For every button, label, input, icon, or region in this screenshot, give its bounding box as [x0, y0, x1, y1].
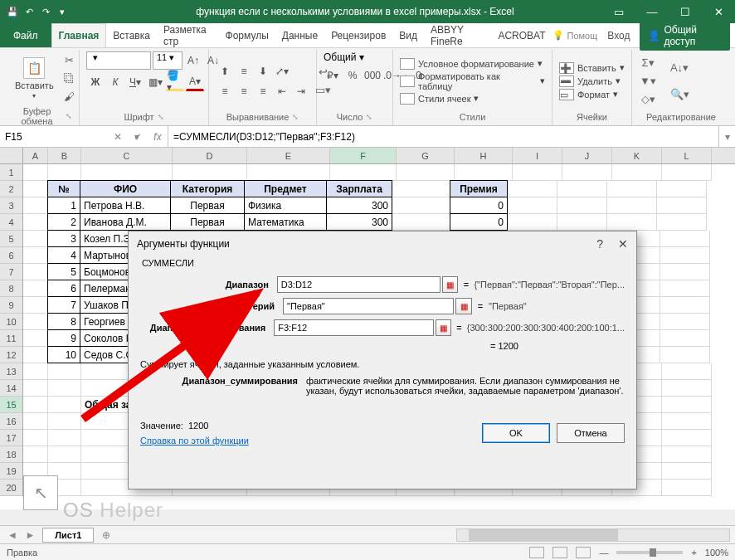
cell-B13[interactable] [48, 363, 81, 380]
cell-A15[interactable] [23, 397, 48, 413]
select-all-corner[interactable] [0, 148, 23, 163]
row-header-20[interactable]: 20 [0, 480, 22, 496]
number-format-select[interactable]: Общий ▾ [324, 51, 388, 63]
cell-A9[interactable] [23, 297, 48, 314]
cell-A11[interactable] [23, 330, 48, 347]
cell-K4[interactable] [607, 214, 657, 231]
cell-L15[interactable] [662, 397, 712, 413]
tell-me[interactable]: 💡 Помощ [552, 30, 598, 41]
cancel-formula-icon[interactable]: ✕ [108, 126, 128, 147]
comma-icon[interactable]: 000 [363, 66, 382, 85]
tab-рецензиров[interactable]: Рецензиров [324, 23, 392, 47]
refedit-icon[interactable]: ▦ [436, 319, 451, 336]
cell-I3[interactable] [508, 197, 557, 214]
fill-icon[interactable]: ▼▾ [639, 73, 657, 90]
autosum-icon[interactable]: Σ▾ [639, 55, 657, 71]
cell-B1[interactable] [48, 164, 81, 181]
bold-button[interactable]: Ж [86, 73, 105, 91]
currency-icon[interactable]: ₽▾ [324, 66, 342, 85]
confirm-formula-icon[interactable]: ✓ [128, 126, 148, 147]
cell-K1[interactable] [612, 164, 662, 181]
font-color-icon[interactable]: A▾ [186, 73, 204, 91]
cut-icon[interactable]: ✂ [61, 51, 79, 68]
horizontal-scrollbar[interactable] [456, 528, 730, 542]
cell-B5[interactable]: 3 [47, 230, 80, 247]
col-header-I[interactable]: I [513, 148, 562, 163]
cell-B11[interactable]: 9 [47, 329, 80, 347]
cell-C1[interactable] [81, 164, 173, 181]
cell-B10[interactable]: 8 [47, 313, 80, 330]
cell-A3[interactable] [23, 197, 48, 214]
cell-L8[interactable] [660, 280, 710, 297]
zoom-slider[interactable] [616, 551, 683, 554]
italic-button[interactable]: К [106, 73, 124, 91]
col-header-C[interactable]: C [81, 148, 173, 163]
format-table-button[interactable]: Форматировать как таблицу ▾ [400, 71, 545, 91]
name-box[interactable]: ▾ [0, 126, 108, 147]
arg-range-input[interactable] [277, 276, 441, 293]
indent-increase-icon[interactable]: ⇥ [292, 82, 310, 100]
cell-A8[interactable] [23, 280, 48, 297]
cell-A12[interactable] [23, 347, 48, 363]
cell-A7[interactable] [23, 264, 48, 280]
dialog-close-icon[interactable]: ✕ [618, 237, 628, 251]
sheet-nav-next-icon[interactable]: ► [22, 529, 37, 541]
ribbon-options-icon[interactable]: ▭ [602, 0, 635, 23]
cell-D1[interactable] [173, 164, 247, 181]
cell-E2[interactable]: Предмет [244, 180, 327, 197]
tab-вставка[interactable]: Вставка [106, 23, 157, 47]
sort-filter-icon[interactable]: A↓▾ [665, 56, 694, 80]
dialog-launcher-icon[interactable]: ⤡ [66, 112, 72, 120]
close-icon[interactable]: ✕ [702, 0, 735, 23]
cell-B2[interactable]: № [47, 180, 80, 197]
cell-A14[interactable] [23, 380, 48, 397]
cell-L6[interactable] [660, 247, 710, 264]
zoom-out-icon[interactable]: — [599, 548, 608, 558]
cell-L16[interactable] [662, 413, 712, 430]
cell-F1[interactable] [330, 164, 397, 181]
redo-icon[interactable]: ↷ [38, 4, 53, 19]
cell-B12[interactable]: 10 [47, 346, 80, 363]
cell-L11[interactable] [660, 330, 710, 347]
cell-B7[interactable]: 5 [47, 263, 80, 280]
cell-C3[interactable]: Петрова Н.В. [80, 197, 171, 214]
formula-input[interactable] [168, 126, 718, 147]
row-header-10[interactable]: 10 [0, 314, 22, 330]
percent-icon[interactable]: % [343, 66, 362, 85]
align-top-icon[interactable]: ⬆ [216, 62, 234, 80]
row-header-19[interactable]: 19 [0, 463, 22, 480]
cell-H4[interactable]: 0 [450, 213, 508, 231]
cell-A17[interactable] [23, 430, 48, 446]
borders-icon[interactable]: ▦▾ [146, 73, 164, 91]
cell-H2[interactable]: Премия [450, 180, 508, 197]
cell-G3[interactable] [392, 197, 450, 214]
increase-font-icon[interactable]: A↑ [184, 51, 202, 70]
cell-B4[interactable]: 2 [47, 213, 80, 231]
col-header-H[interactable]: H [455, 148, 513, 163]
row-header-8[interactable]: 8 [0, 280, 22, 297]
cell-E3[interactable]: Физика [244, 197, 327, 214]
clear-icon[interactable]: ◇▾ [639, 91, 657, 108]
cell-A4[interactable] [23, 214, 48, 231]
dialog-launcher-icon[interactable]: ⤡ [292, 113, 299, 121]
cell-B6[interactable]: 4 [47, 246, 80, 264]
underline-button[interactable]: Ч▾ [126, 73, 144, 91]
copy-icon[interactable]: ⿻ [61, 70, 79, 86]
row-header-9[interactable]: 9 [0, 297, 22, 314]
cell-A5[interactable] [23, 231, 48, 247]
row-header-17[interactable]: 17 [0, 430, 22, 446]
cell-I1[interactable] [513, 164, 562, 181]
sheet-tab[interactable]: Лист1 [42, 528, 94, 543]
row-header-2[interactable]: 2 [0, 181, 22, 197]
conditional-format-button[interactable]: Условное форматирование ▾ [400, 58, 545, 70]
align-bottom-icon[interactable]: ⬇ [254, 62, 272, 80]
col-header-F[interactable]: F [330, 148, 397, 163]
find-select-icon[interactable]: 🔍▾ [665, 82, 694, 107]
refedit-icon[interactable]: ▦ [455, 298, 472, 314]
page-layout-view-icon[interactable] [552, 547, 567, 558]
tab-разметка стр[interactable]: Разметка стр [157, 23, 219, 47]
cell-F4[interactable]: 300 [326, 213, 392, 231]
fx-icon[interactable]: fx [148, 126, 168, 147]
cell-L2[interactable] [657, 181, 707, 197]
col-header-K[interactable]: K [612, 148, 662, 163]
